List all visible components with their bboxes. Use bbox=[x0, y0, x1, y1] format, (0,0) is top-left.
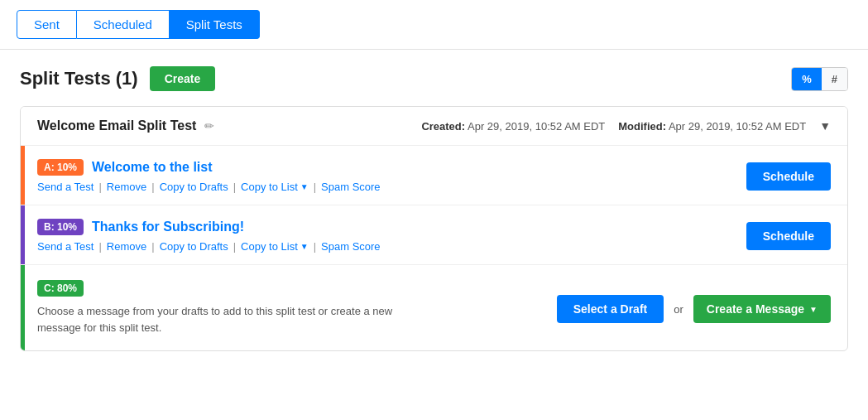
send-test-link-b[interactable]: Send a Test bbox=[37, 240, 94, 253]
split-test-card: Welcome Email Split Test ✏ Created: Apr … bbox=[20, 106, 848, 351]
message-row-b-right: Schedule bbox=[746, 222, 831, 250]
top-nav: Sent Scheduled Split Tests bbox=[0, 0, 868, 50]
copy-to-drafts-link-b[interactable]: Copy to Drafts bbox=[160, 240, 228, 253]
message-row-b: B: 10% Thanks for Subscribing! Send a Te… bbox=[21, 205, 847, 265]
select-draft-button[interactable]: Select a Draft bbox=[557, 295, 664, 323]
copy-to-drafts-link-a[interactable]: Copy to Drafts bbox=[160, 181, 228, 193]
tab-split-tests[interactable]: Split Tests bbox=[170, 10, 260, 39]
message-actions-a: Send a Test | Remove | Copy to Drafts | … bbox=[37, 181, 381, 193]
modified-meta: Modified: Apr 29, 2019, 10:52 AM EDT bbox=[618, 120, 806, 133]
percent-view-button[interactable]: % bbox=[792, 68, 822, 90]
chevron-down-icon-create: ▼ bbox=[809, 305, 818, 314]
c-description: Choose a message from your drafts to add… bbox=[37, 303, 418, 336]
accent-b bbox=[21, 205, 25, 264]
card-meta: Created: Apr 29, 2019, 10:52 AM EDT Modi… bbox=[421, 119, 831, 133]
variant-badge-b: B: 10% bbox=[37, 219, 84, 235]
hash-view-button[interactable]: # bbox=[822, 68, 847, 90]
card-title: Welcome Email Split Test bbox=[37, 118, 196, 133]
message-row-a: A: 10% Welcome to the list Send a Test |… bbox=[21, 146, 847, 205]
spam-score-link-a[interactable]: Spam Score bbox=[321, 181, 381, 193]
message-actions-b: Send a Test | Remove | Copy to Drafts | … bbox=[37, 240, 381, 253]
message-row-b-top: B: 10% Thanks for Subscribing! bbox=[37, 219, 381, 235]
schedule-button-b[interactable]: Schedule bbox=[746, 222, 831, 250]
create-button[interactable]: Create bbox=[150, 66, 216, 91]
message-row-c-right: Select a Draft or Create a Message ▼ bbox=[557, 295, 831, 323]
message-row-c-top: C: 80% bbox=[37, 280, 418, 297]
variant-badge-c: C: 80% bbox=[37, 280, 84, 297]
message-row-c-left: C: 80% Choose a message from your drafts… bbox=[21, 280, 418, 336]
create-message-button[interactable]: Create a Message ▼ bbox=[693, 295, 831, 323]
tab-scheduled[interactable]: Scheduled bbox=[77, 10, 170, 39]
or-text: or bbox=[674, 303, 683, 316]
copy-to-list-link-b[interactable]: Copy to List ▼ bbox=[241, 240, 309, 253]
card-header: Welcome Email Split Test ✏ Created: Apr … bbox=[21, 107, 847, 146]
page-header-left: Split Tests (1) Create bbox=[20, 66, 215, 91]
send-test-link-a[interactable]: Send a Test bbox=[37, 181, 94, 193]
spam-score-link-b[interactable]: Spam Score bbox=[321, 240, 381, 253]
edit-icon[interactable]: ✏ bbox=[204, 119, 214, 133]
page-header: Split Tests (1) Create % # bbox=[20, 66, 848, 91]
tab-sent[interactable]: Sent bbox=[17, 10, 77, 39]
message-name-b[interactable]: Thanks for Subscribing! bbox=[92, 220, 244, 234]
variant-badge-a: A: 10% bbox=[37, 159, 84, 176]
page-content: Split Tests (1) Create % # Welcome Email… bbox=[0, 50, 868, 368]
page-title: Split Tests (1) bbox=[20, 68, 138, 89]
chevron-down-icon[interactable]: ▼ bbox=[819, 119, 831, 133]
message-row-a-right: Schedule bbox=[746, 162, 831, 191]
created-meta: Created: Apr 29, 2019, 10:52 AM EDT bbox=[421, 120, 605, 133]
card-header-left: Welcome Email Split Test ✏ bbox=[37, 118, 214, 133]
schedule-button-a[interactable]: Schedule bbox=[746, 162, 831, 191]
message-name-a[interactable]: Welcome to the list bbox=[92, 160, 213, 175]
accent-a bbox=[21, 146, 25, 205]
remove-link-a[interactable]: Remove bbox=[107, 181, 146, 193]
view-toggle: % # bbox=[791, 67, 848, 91]
message-row-c: C: 80% Choose a message from your drafts… bbox=[21, 265, 847, 350]
message-row-a-left: A: 10% Welcome to the list Send a Test |… bbox=[21, 159, 381, 193]
message-row-a-top: A: 10% Welcome to the list bbox=[37, 159, 381, 176]
message-row-b-left: B: 10% Thanks for Subscribing! Send a Te… bbox=[21, 219, 381, 253]
remove-link-b[interactable]: Remove bbox=[107, 240, 146, 253]
copy-to-list-link-a[interactable]: Copy to List ▼ bbox=[241, 181, 309, 193]
accent-c bbox=[21, 265, 25, 350]
